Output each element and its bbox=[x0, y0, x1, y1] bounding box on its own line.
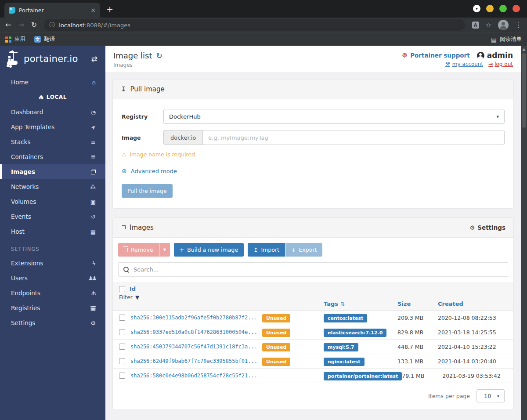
pull-image-button[interactable]: Pull the image bbox=[122, 184, 173, 198]
sidebar-item-images[interactable]: Images bbox=[0, 164, 105, 179]
back-icon[interactable]: ← bbox=[5, 22, 11, 29]
items-per-page-select[interactable]: 10 ▾ bbox=[476, 389, 505, 402]
build-image-button[interactable]: + Build a new image bbox=[174, 243, 244, 257]
table-header: Id Filter ▼ Tags ⇅ Size bbox=[113, 282, 513, 311]
table-settings-button[interactable]: ⚙ Settings bbox=[469, 224, 505, 231]
sidebar-section-settings: SETTINGS bbox=[0, 239, 105, 256]
refresh-icon[interactable]: ↻ bbox=[156, 51, 162, 60]
select-all-checkbox[interactable] bbox=[119, 286, 125, 292]
translate-icon[interactable]: A bbox=[472, 22, 479, 29]
row-checkbox[interactable] bbox=[119, 373, 125, 379]
sidebar-item-networks[interactable]: Networks ⁂ bbox=[0, 179, 105, 194]
sidebar-item-volumes[interactable]: Volumes ▣ bbox=[0, 194, 105, 209]
column-created[interactable]: Created bbox=[438, 301, 507, 307]
apps-grid-icon bbox=[5, 36, 11, 43]
image-id-link[interactable]: sha256:450379344707c56f47d1391c18fc3a... bbox=[130, 344, 262, 350]
row-checkbox[interactable] bbox=[119, 329, 125, 335]
advanced-mode-link[interactable]: ⊕ Advanced mode bbox=[122, 167, 505, 174]
sidebar-item-registries[interactable]: Registries bbox=[0, 301, 105, 315]
page-scrollbar[interactable]: ▲ bbox=[521, 46, 527, 420]
breadcrumb: Images bbox=[113, 62, 162, 68]
browser-tab[interactable]: Portainer × bbox=[4, 3, 100, 18]
reload-icon[interactable]: ↻ bbox=[31, 22, 37, 29]
search-input[interactable] bbox=[134, 266, 503, 273]
endpoint-plug-icon: Ψ bbox=[91, 290, 96, 296]
scrollbar-thumb[interactable] bbox=[522, 53, 526, 128]
sidebar-item-app-templates[interactable]: App Templates ➤ bbox=[0, 119, 105, 134]
sidebar-item-extensions[interactable]: Extensions ϟ bbox=[0, 256, 105, 271]
sidebar-item-home[interactable]: Home ⌂ bbox=[0, 75, 105, 90]
window-menu-button[interactable]: ▾ bbox=[473, 5, 480, 12]
my-account-link[interactable]: ⚒ my account bbox=[445, 61, 483, 67]
window-minimize-button[interactable] bbox=[486, 5, 494, 12]
column-tags[interactable]: Tags ⇅ bbox=[324, 301, 397, 307]
user-block: ☸ Portainer support admin ⚒ my account ⇥ bbox=[402, 51, 513, 68]
image-size: 829.8 MB bbox=[397, 329, 438, 336]
profile-avatar[interactable] bbox=[498, 20, 509, 30]
bolt-icon: ϟ bbox=[92, 261, 96, 266]
table-row: sha256:62d49f9bab67f7c70ac3395855bf01...… bbox=[113, 354, 513, 369]
sidebar-item-containers[interactable]: Containers ≣ bbox=[0, 149, 105, 164]
tag-badge: nginx:latest bbox=[324, 358, 365, 366]
browser-toolbar: ← → ↻ ⓘ localhost:8088/#/images A ☆ ⋮ bbox=[0, 18, 527, 33]
bookmark-translate[interactable]: 文 翻译 bbox=[34, 36, 55, 43]
row-checkbox[interactable] bbox=[119, 358, 125, 364]
browser-menu-icon[interactable]: ⋮ bbox=[515, 21, 522, 29]
unused-badge: Unused bbox=[262, 343, 290, 351]
globe-icon: ⊕ bbox=[122, 167, 127, 174]
list-icon: ≡ bbox=[91, 139, 96, 145]
sidebar-item-host[interactable]: Host ▦ bbox=[0, 224, 105, 239]
image-id-link[interactable]: sha256:300e315adb2f96afe5f0b2780b87f2... bbox=[130, 315, 262, 321]
window-close-button[interactable] bbox=[513, 5, 520, 12]
row-checkbox[interactable] bbox=[119, 315, 125, 321]
column-size[interactable]: Size bbox=[397, 301, 438, 307]
window-maximize-button[interactable] bbox=[499, 5, 507, 12]
tag-badge: centos:latest bbox=[324, 314, 367, 322]
tag-badge: portainer/portainer:latest bbox=[324, 372, 402, 380]
export-button[interactable]: ↧ Export bbox=[285, 243, 322, 257]
log-out-link[interactable]: ⇥ log out bbox=[488, 61, 513, 67]
database-icon bbox=[90, 306, 96, 307]
sidebar-item-dashboard[interactable]: Dashboard ◔ bbox=[0, 105, 105, 119]
portainer-support-link[interactable]: ☸ Portainer support bbox=[402, 51, 470, 59]
sidebar-item-stacks[interactable]: Stacks ≡ bbox=[0, 134, 105, 149]
reading-list-label: 阅读清单 bbox=[500, 36, 522, 43]
site-info-icon[interactable]: ⓘ bbox=[49, 21, 55, 29]
sort-icon: ⇅ bbox=[340, 301, 345, 307]
plus-icon: + bbox=[180, 246, 184, 253]
image-id-link[interactable]: sha256:9337ed510a0c8f147628631000504e... bbox=[130, 329, 262, 335]
table-row: sha256:450379344707c56f47d1391c18fc3a...… bbox=[113, 340, 513, 354]
remove-dropdown-button[interactable]: ▼ bbox=[159, 243, 170, 257]
reading-list-button[interactable]: ▤ 阅读清单 bbox=[491, 36, 522, 43]
sidebar-item-endpoints[interactable]: Endpoints Ψ bbox=[0, 286, 105, 301]
new-tab-button[interactable]: + bbox=[106, 4, 113, 14]
image-size: 209.3 MB bbox=[397, 315, 438, 321]
unused-badge: Unused bbox=[262, 358, 290, 366]
sidebar-item-settings[interactable]: Settings ⚙ bbox=[0, 315, 105, 330]
portainer-favicon bbox=[9, 7, 15, 14]
image-name-input[interactable] bbox=[202, 130, 505, 145]
image-id-link[interactable]: sha256:580c0e4e98b06d258754cf28c55f21... bbox=[130, 373, 262, 379]
forward-icon[interactable]: → bbox=[18, 22, 24, 29]
row-checkbox[interactable] bbox=[119, 344, 125, 350]
reading-list-icon: ▤ bbox=[491, 36, 497, 43]
bookmark-apps[interactable]: 应用 bbox=[5, 36, 25, 43]
filter-control[interactable]: Filter ▼ bbox=[119, 294, 324, 301]
address-bar[interactable]: ⓘ localhost:8088/#/images bbox=[44, 19, 465, 31]
tab-close-icon[interactable]: × bbox=[90, 7, 96, 14]
column-id[interactable]: Id bbox=[130, 286, 136, 292]
registry-select[interactable]: DockerHub ▾ bbox=[163, 109, 505, 124]
image-id-link[interactable]: sha256:62d49f9bab67f7c70ac3395855bf01... bbox=[130, 358, 262, 364]
sidebar-item-users[interactable]: Users ♟♟ bbox=[0, 271, 105, 286]
sidebar-item-events[interactable]: Events ↺ bbox=[0, 209, 105, 224]
validation-warning: ⚠ Image name is required. bbox=[122, 151, 505, 158]
import-button[interactable]: ↥ Import bbox=[248, 243, 285, 257]
sitemap-icon: ⁂ bbox=[90, 184, 96, 190]
page-header: Image list ↻ Images ☸ Portainer support … bbox=[105, 46, 527, 73]
table-row: sha256:9337ed510a0c8f147628631000504e...… bbox=[113, 325, 513, 340]
table-footer: Items per page 10 ▾ bbox=[113, 383, 513, 409]
sidebar-collapse-icon[interactable]: ⇄ bbox=[91, 54, 97, 63]
bookmark-star-icon[interactable]: ☆ bbox=[486, 21, 491, 29]
remove-button[interactable]: Remove bbox=[118, 243, 159, 257]
sidebar-logo[interactable]: portainer.io ⇄ bbox=[0, 46, 105, 72]
